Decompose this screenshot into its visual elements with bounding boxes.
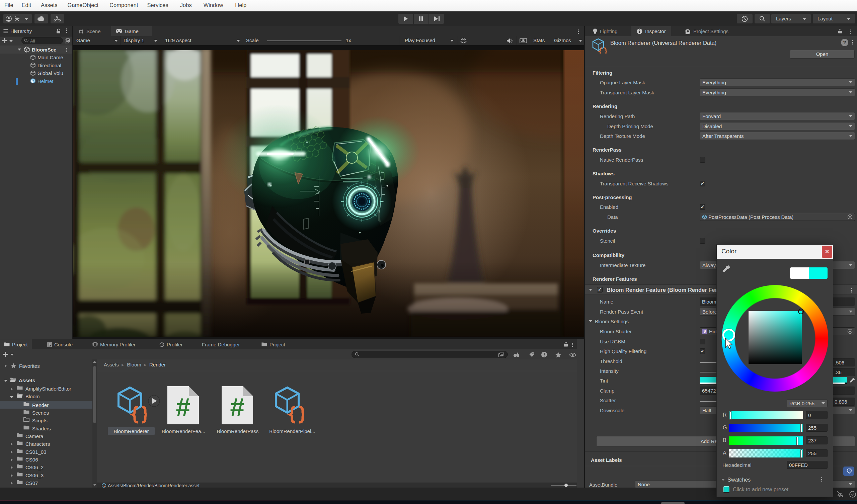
svg-text:#: # <box>176 392 190 422</box>
svg-text:#: # <box>230 392 245 422</box>
